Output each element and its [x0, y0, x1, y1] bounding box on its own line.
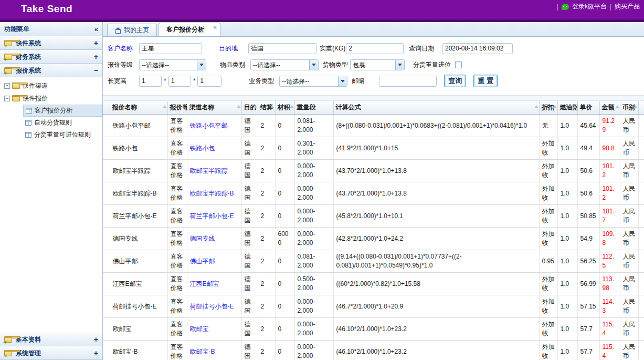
column-header-结算[interactable]: 结算 — [258, 101, 275, 115]
cell-discount: 外加收 — [539, 137, 557, 160]
table-row[interactable]: 铁路小包直客价格铁路小包德国200.301-2.000(41.9*2/1.000… — [103, 137, 644, 160]
login-kwei-link[interactable]: 登录k微平台 — [572, 2, 607, 11]
column-header-重量段[interactable]: 重量段 — [294, 101, 333, 115]
channel-link[interactable]: 铁路小包 — [187, 137, 241, 160]
tree-expander-icon[interactable]: − — [4, 96, 10, 101]
weight-input[interactable] — [346, 43, 404, 54]
width-input[interactable] — [168, 76, 191, 87]
business-type-select[interactable]: --请选择-- — [279, 76, 347, 87]
channel-link[interactable]: 荷邮挂号小包-E — [187, 295, 241, 318]
table-row[interactable]: 德国专线直客价格德国专线德国260000.000-2.000(42.8*2/1.… — [103, 228, 644, 250]
column-header-燃油附[interactable]: 燃油附 — [557, 101, 577, 115]
tree-expander-icon[interactable]: + — [4, 83, 10, 89]
destination-input[interactable] — [248, 43, 316, 54]
collapse-sidebar-icon[interactable]: « — [94, 25, 98, 33]
sidebar-item-bottom-1[interactable]: 系统管理+ — [0, 346, 102, 360]
column-header-渠道名称[interactable]: 渠道名称 — [187, 101, 241, 115]
table-row[interactable]: 欧邮宝半跟踪直客价格欧邮宝半跟踪德国200.000-2.000(43.70*2/… — [103, 160, 644, 182]
column-header-单价[interactable]: 单价 — [577, 101, 599, 115]
column-header-报价名称[interactable]: 报价名称 — [110, 101, 167, 115]
cell-discount: 外加收 — [539, 182, 557, 205]
cell-name: 佛山平邮 — [110, 250, 167, 273]
split-weight-checkbox[interactable] — [455, 61, 462, 68]
tree-leaf-label: 分货重量可进位规则 — [34, 130, 91, 139]
column-header-币别[interactable]: 币别 — [620, 101, 638, 115]
expand-collapse-icon[interactable]: + — [94, 349, 98, 357]
channel-link[interactable]: 荷兰平邮小包-E — [187, 205, 241, 228]
height-input[interactable] — [197, 76, 221, 87]
dropdown-arrow-icon[interactable] — [395, 60, 404, 70]
table-row[interactable]: 欧邮宝直客价格欧邮宝德国200.000-2.000(46.10*2/1.000)… — [103, 318, 644, 341]
expand-collapse-icon[interactable]: + — [94, 39, 98, 47]
tree-node-快件报价[interactable]: −快件报价 — [0, 92, 102, 105]
cell-amount: 112.5 — [599, 250, 620, 273]
table-row[interactable]: 铁路小包平邮直客价格铁路小包平邮德国200.081-2.000(8+((0.08… — [103, 115, 644, 137]
column-header-折扣[interactable]: 折扣 — [539, 101, 557, 115]
tab-customer-quote-analysis[interactable]: 客户报价分析 × — [159, 23, 220, 36]
channel-link[interactable]: 欧邮宝半跟踪-B — [187, 182, 241, 205]
column-header-计算公式[interactable]: 计算公式 — [333, 101, 539, 115]
channel-link[interactable]: 欧邮宝 — [187, 318, 241, 341]
dropdown-arrow-icon[interactable] — [338, 76, 347, 86]
channel-link[interactable]: 江西E邮宝 — [187, 273, 241, 295]
expand-collapse-icon[interactable]: − — [94, 66, 98, 75]
cell-volume: 0 — [275, 115, 294, 137]
table-row[interactable]: 荷邮挂号小包-E直客价格荷邮挂号小包-E德国200.000-2.000(46.7… — [103, 295, 644, 318]
cell-dest: 德国 — [241, 341, 258, 360]
tree-leaf-分货重量可进位规则[interactable]: 分货重量可进位规则 — [23, 129, 102, 141]
channel-link[interactable]: 欧邮宝半跟踪 — [187, 160, 241, 182]
item-type-select[interactable]: --请选择-- — [250, 59, 319, 70]
channel-link[interactable]: 佛山平邮 — [187, 250, 241, 273]
dropdown-arrow-icon[interactable] — [197, 60, 206, 70]
table-row[interactable]: 欧邮宝半跟踪-B直客价格欧邮宝半跟踪-B德国200.000-2.000(43.7… — [103, 182, 644, 205]
cell-unit: 50.85 — [577, 205, 599, 228]
reset-button[interactable]: 重 置 — [473, 75, 498, 87]
item-type-label: 物品类别 — [220, 60, 250, 69]
expand-collapse-icon[interactable]: + — [94, 335, 98, 344]
channel-link[interactable]: 铁路小包平邮 — [187, 115, 241, 137]
sidebar-item-bottom-0[interactable]: 基本资料+ — [0, 333, 102, 346]
column-header-目的[interactable]: 目的 — [241, 101, 258, 115]
channel-link[interactable]: 德国专线 — [187, 228, 241, 250]
tab-bar: 我的主页 客户报价分析 × — [103, 22, 644, 37]
table-row[interactable]: 荷兰平邮小包-E直客价格荷兰平邮小包-E德国200.000-2.000(45.8… — [103, 205, 644, 228]
tree-leaf-客户报价分析[interactable]: 客户报价分析 — [23, 105, 102, 117]
cell-settle: 2 — [258, 273, 275, 295]
sidebar-item-top-2[interactable]: 报价系统− — [0, 64, 102, 77]
expand-collapse-icon[interactable]: + — [94, 53, 98, 61]
dropdown-arrow-icon[interactable] — [309, 60, 318, 70]
tab-my-homepage[interactable]: 我的主页 — [107, 24, 157, 36]
customer-name-input[interactable] — [139, 43, 202, 54]
tree-node-快件渠道[interactable]: +快件渠道 — [0, 79, 102, 92]
postcode-input[interactable] — [379, 76, 437, 87]
table-row[interactable]: 江西E邮宝直客价格江西E邮宝德国200.500-2.000((60*2/1.00… — [103, 273, 644, 295]
sidebar-item-top-1[interactable]: 财务系统+ — [0, 50, 102, 64]
query-date-input[interactable] — [442, 43, 513, 54]
sidebar-item-top-0[interactable]: 快件系统+ — [0, 36, 102, 50]
table-row[interactable]: 欧邮宝-B直客价格欧邮宝-B德国200.000-2.000(46.10*2/1.… — [103, 341, 644, 360]
column-header-报价等[interactable]: 报价等 — [167, 101, 187, 115]
quote-level-select[interactable]: --请选择-- — [139, 59, 206, 70]
cargo-type-select[interactable]: 包裹 — [350, 59, 405, 70]
search-button[interactable]: 查询 — [444, 75, 466, 87]
weight-label: 实重(KG) — [320, 44, 346, 53]
tree-leaf-自动分货规则[interactable]: 自动分货规则 — [23, 117, 102, 129]
close-tab-icon[interactable]: × — [214, 25, 217, 30]
column-header-rowsel[interactable] — [103, 101, 110, 115]
cell-range: 0.000-2.000 — [294, 228, 333, 250]
buy-product-link[interactable]: 购买产品 — [615, 2, 640, 11]
cell-amount: 101.7 — [599, 205, 620, 228]
length-input[interactable] — [139, 76, 162, 87]
cell-formula: (46.10*2/1.000)*1.0+23.2 — [333, 341, 539, 360]
clipped-cell — [638, 341, 644, 360]
cell-range: 0.081-2.000 — [294, 115, 333, 137]
column-header-金额[interactable]: 金额 — [599, 101, 620, 115]
column-header-材积[interactable]: 材积 — [275, 101, 294, 115]
tab-label: 客户报价分析 — [166, 25, 204, 34]
cell-level: 直客价格 — [167, 205, 187, 228]
channel-link[interactable]: 欧邮宝-B — [187, 341, 241, 360]
table-row[interactable]: 佛山平邮直客价格佛山平邮德国200.081-2.000((9.14+((0.08… — [103, 250, 644, 273]
cell-volume: 0 — [275, 205, 294, 228]
sort-asc-icon — [615, 105, 619, 108]
cell-settle: 2 — [258, 182, 275, 205]
